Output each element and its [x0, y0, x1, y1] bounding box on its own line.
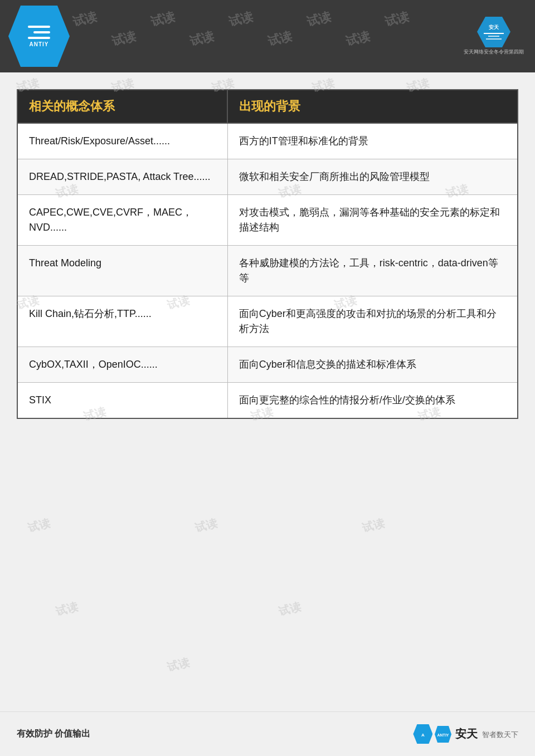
main-content: 试读 试读 试读 试读 试读 试读 试读 试读 试读 试读 试读 试读 试读 试… — [0, 72, 535, 430]
watermark-9: 试读 — [344, 28, 372, 50]
main-table: 相关的概念体系 出现的背景 Threat/Risk/Exposure/Asset… — [17, 89, 518, 419]
antiy-logo: ANTIY — [8, 6, 70, 67]
col2-header: 出现的背景 — [227, 90, 518, 123]
col1-header: 相关的概念体系 — [17, 90, 227, 123]
table-cell-right-2: 对攻击模式，脆弱点，漏洞等各种基础的安全元素的标定和描述结构 — [227, 195, 518, 246]
svg-text:安天: 安天 — [488, 24, 499, 30]
footer-logo-icon: A — [413, 724, 432, 744]
watermark-8: 试读 — [266, 28, 294, 50]
header-right-logo: 安天 安天网络安全冬令营第四期 — [464, 17, 524, 56]
table-cell-left-1: DREAD,STRIDE,PASTA, Attack Tree...... — [17, 159, 227, 195]
logo-lines — [28, 26, 50, 39]
cwm-19: 试读 — [277, 599, 303, 619]
table-cell-left-2: CAPEC,CWE,CVE,CVRF，MAEC，NVD...... — [17, 195, 227, 246]
watermark-2: 试读 — [149, 8, 177, 31]
cwm-16: 试读 — [193, 515, 219, 535]
table-cell-right-6: 面向更完整的综合性的情报分析/作业/交换的体系 — [227, 383, 518, 419]
table-cell-left-0: Threat/Risk/Exposure/Asset...... — [17, 123, 227, 159]
table-header-row: 相关的概念体系 出现的背景 — [17, 90, 518, 123]
footer-logo: A ANTIY 安天 智者数天下 — [413, 724, 518, 744]
table-row: Kill Chain,钻石分析,TTP......面向Cyber和更高强度的攻击… — [17, 296, 518, 347]
table-row: DREAD,STRIDE,PASTA, Attack Tree......微软和… — [17, 159, 518, 195]
footer-brand-sub: 智者数天下 — [482, 730, 518, 739]
watermark-4: 试读 — [305, 8, 333, 31]
table-row: STIX面向更完整的综合性的情报分析/作业/交换的体系 — [17, 383, 518, 419]
svg-text:A: A — [421, 733, 425, 738]
table-cell-right-5: 面向Cyber和信息交换的描述和标准体系 — [227, 347, 518, 383]
logo-line-3 — [28, 37, 50, 39]
svg-text:ANTIY: ANTIY — [437, 733, 449, 737]
table-row: Threat Modeling各种威胁建模的方法论，工具，risk-centri… — [17, 246, 518, 296]
table-row: CybOX,TAXII，OpenIOC......面向Cyber和信息交换的描述… — [17, 347, 518, 383]
cwm-17: 试读 — [361, 515, 386, 535]
footer-brand: ANTIY 安天 智者数天下 — [435, 726, 518, 743]
table-cell-left-3: Threat Modeling — [17, 246, 227, 296]
footer-left-text: 有效防护 价值输出 — [17, 728, 90, 740]
table-cell-right-4: 面向Cyber和更高强度的攻击和对抗的场景的分析工具和分析方法 — [227, 296, 518, 347]
svg-marker-0 — [477, 17, 510, 47]
cwm-15: 试读 — [26, 515, 52, 535]
watermark-3: 试读 — [227, 8, 255, 31]
table-row: Threat/Risk/Exposure/Asset......西方的IT管理和… — [17, 123, 518, 159]
logo-line-2 — [33, 31, 50, 33]
logo-label: ANTIY — [30, 41, 49, 47]
cwm-20: 试读 — [166, 655, 191, 675]
table-cell-left-4: Kill Chain,钻石分析,TTP...... — [17, 296, 227, 347]
table-cell-left-5: CybOX,TAXII，OpenIOC...... — [17, 347, 227, 383]
table-cell-right-0: 西方的IT管理和标准化的背景 — [227, 123, 518, 159]
logo-line-1 — [28, 26, 50, 28]
table-cell-right-1: 微软和相关安全厂商所推出的风险管理模型 — [227, 159, 518, 195]
table-cell-right-3: 各种威胁建模的方法论，工具，risk-centric，data-driven等等 — [227, 246, 518, 296]
watermark-7: 试读 — [188, 28, 216, 50]
cwm-18: 试读 — [54, 599, 80, 619]
header: 试读 试读 试读 试读 试读 试读 试读 试读 试读 ANTIY 安天 — [0, 0, 535, 72]
footer: 有效防护 价值输出 A ANTIY 安天 智者数天下 — [0, 711, 535, 756]
emblem-svg: 安天 — [477, 17, 510, 47]
watermark-6: 试读 — [110, 28, 138, 50]
header-right-text: 安天网络安全冬令营第四期 — [464, 48, 524, 56]
header-watermarks: 试读 试读 试读 试读 试读 试读 试读 试读 试读 — [0, 0, 535, 72]
antiy-emblem: 安天 — [477, 17, 510, 47]
footer-brand-text: 安天 — [455, 727, 478, 739]
footer-brand-name: ANTIY — [435, 726, 455, 740]
watermark-1: 试读 — [71, 8, 99, 31]
table-row: CAPEC,CWE,CVE,CVRF，MAEC，NVD......对攻击模式，脆… — [17, 195, 518, 246]
watermark-5: 试读 — [383, 8, 411, 31]
table-cell-left-6: STIX — [17, 383, 227, 419]
